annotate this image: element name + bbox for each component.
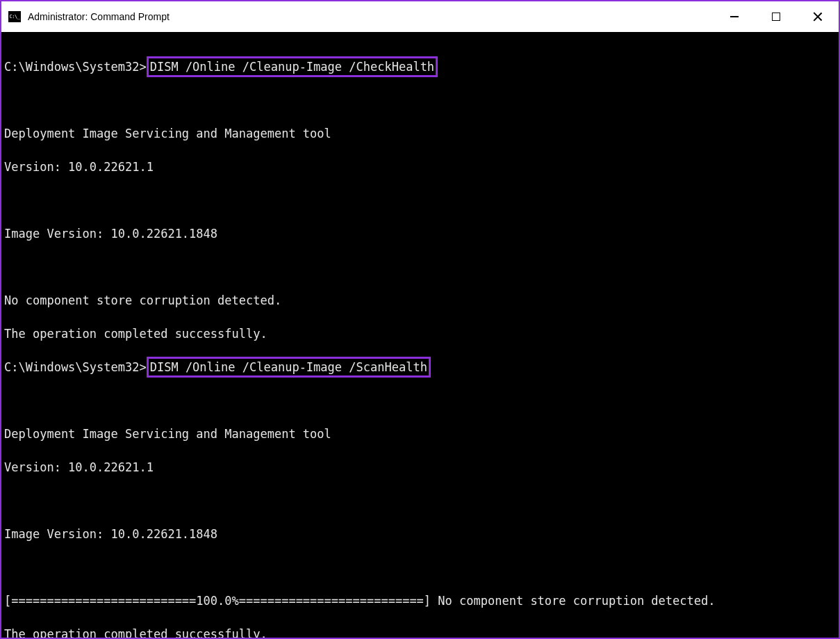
output-line — [4, 192, 839, 209]
maximize-icon — [772, 13, 780, 21]
output-line — [4, 492, 839, 509]
output-line — [4, 559, 839, 576]
output-line: The operation completed successfully. — [4, 325, 839, 342]
output-line: Image Version: 10.0.22621.1848 — [4, 526, 839, 542]
output-line: Deployment Image Servicing and Managemen… — [4, 426, 839, 442]
command-highlight-1: DISM /Online /Cleanup-Image /CheckHealth — [147, 56, 438, 77]
minimize-button[interactable] — [714, 1, 755, 32]
window-title: Administrator: Command Prompt — [28, 11, 170, 22]
output-line — [4, 92, 839, 108]
minimize-icon — [730, 16, 739, 17]
output-line: Version: 10.0.22621.1 — [4, 159, 839, 175]
maximize-button[interactable] — [755, 1, 797, 32]
output-line: Version: 10.0.22621.1 — [4, 459, 839, 476]
output-line — [4, 392, 839, 409]
output-line: [==========================100.0%=======… — [4, 592, 839, 609]
output-line — [4, 259, 839, 275]
output-line: Deployment Image Servicing and Managemen… — [4, 125, 839, 142]
output-line: No component store corruption detected. — [4, 292, 839, 309]
close-icon — [813, 12, 823, 22]
output-line: Image Version: 10.0.22621.1848 — [4, 225, 839, 242]
output-line: The operation completed successfully. — [4, 626, 839, 639]
prompt-text: C:\Windows\System32> — [4, 360, 147, 374]
terminal-output[interactable]: C:\Windows\System32>DISM /Online /Cleanu… — [1, 32, 839, 638]
prompt-text: C:\Windows\System32> — [4, 60, 147, 74]
close-button[interactable] — [797, 1, 839, 32]
cmd-icon — [8, 11, 21, 22]
window-titlebar: Administrator: Command Prompt — [1, 1, 839, 32]
command-highlight-2: DISM /Online /Cleanup-Image /ScanHealth — [147, 357, 431, 378]
window-controls — [714, 1, 839, 32]
